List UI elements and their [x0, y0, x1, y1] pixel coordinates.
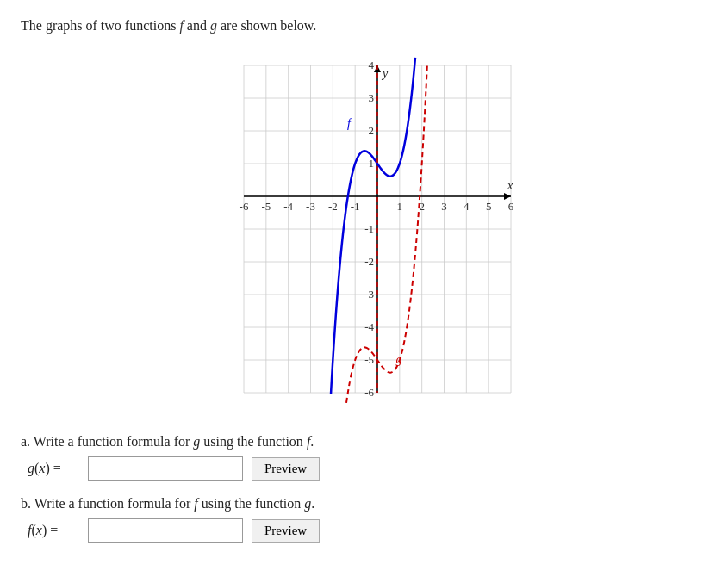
graph-canvas [192, 48, 537, 419]
intro-text: The graphs of two functions f and g are … [21, 16, 707, 36]
question-b-row: f(x) = Preview [28, 518, 707, 543]
question-a-row: g(x) = Preview [28, 456, 707, 481]
g-preview-button[interactable]: Preview [252, 457, 320, 481]
g-input[interactable] [88, 456, 243, 481]
question-a-block: a. Write a function formula for g using … [21, 434, 707, 481]
question-b-block: b. Write a function formula for f using … [21, 496, 707, 543]
f-preview-button[interactable]: Preview [252, 519, 320, 543]
f-input-label: f(x) = [28, 523, 79, 538]
g-input-label: g(x) = [28, 461, 79, 476]
question-a-label: a. Write a function formula for g using … [21, 434, 707, 450]
question-b-label: b. Write a function formula for f using … [21, 496, 707, 512]
graph-container [21, 48, 707, 419]
f-input[interactable] [88, 518, 243, 543]
